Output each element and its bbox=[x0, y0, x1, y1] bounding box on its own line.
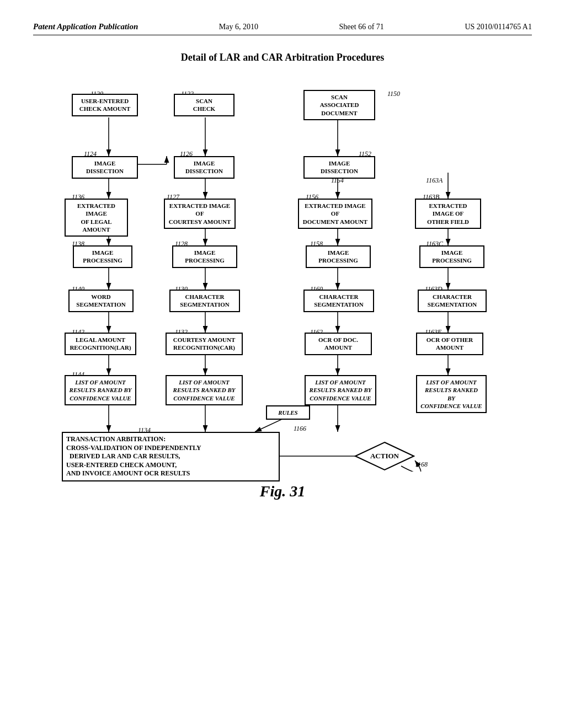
ref-1154: 1154 bbox=[331, 176, 344, 185]
box-extracted-courtesy: EXTRACTED IMAGE OFCOURTESY AMOUNT bbox=[164, 199, 236, 229]
box-char-seg-1160: CHARACTERSEGMENTATION bbox=[303, 290, 374, 312]
box-img-proc-1158: IMAGEPROCESSING bbox=[306, 245, 371, 268]
header-patent: US 2010/0114765 A1 bbox=[465, 23, 532, 31]
diagram-container: 1120 1122 1150 USER-ENTEREDCHECK AMOUNT … bbox=[56, 74, 509, 472]
header-date: May 6, 2010 bbox=[219, 23, 258, 31]
ref-1150: 1150 bbox=[387, 90, 400, 98]
box-extracted-other: EXTRACTED IMAGE OFOTHER FIELD bbox=[415, 199, 481, 229]
box-list-1132: LIST OF AMOUNTRESULTS RANKED BYCONFIDENC… bbox=[166, 375, 243, 405]
box-scan-associated: SCANASSOCIATEDDOCUMENT bbox=[303, 90, 375, 120]
box-ocr-doc: OCR OF DOC.AMOUNT bbox=[305, 333, 372, 355]
box-user-entered: USER-ENTEREDCHECK AMOUNT bbox=[72, 94, 138, 116]
box-rules: RULES bbox=[266, 405, 310, 420]
header-sheet: Sheet 66 of 71 bbox=[339, 23, 384, 31]
box-word-seg: WORDSEGMENTATION bbox=[68, 290, 134, 312]
svg-text:ACTION: ACTION bbox=[370, 452, 399, 460]
box-transaction: TRANSACTION ARBITRATION: CROSS-VALIDATIO… bbox=[62, 432, 280, 481]
box-extracted-legal: EXTRACTED IMAGEOF LEGAL AMOUNT bbox=[65, 199, 128, 237]
box-char-seg-1130: CHARACTERSEGMENTATION bbox=[169, 290, 240, 312]
header-publication: Patent Application Publication bbox=[33, 22, 138, 31]
box-img-proc-1163c: IMAGEPROCESSING bbox=[419, 245, 484, 268]
box-img-dissection-1126: IMAGEDISSECTION bbox=[174, 156, 234, 179]
box-list-1144: LIST OF AMOUNTRESULTS RANKED BYCONFIDENC… bbox=[65, 375, 136, 405]
page: Patent Application Publication May 6, 20… bbox=[0, 0, 565, 728]
box-img-dissection-1152: IMAGEDISSECTION bbox=[303, 156, 375, 179]
ref-1168: 1168 bbox=[415, 461, 428, 469]
box-scan-check: SCANCHECK bbox=[174, 94, 234, 116]
box-lar: LEGAL AMOUNTRECOGNITION(LAR) bbox=[65, 333, 136, 355]
box-img-proc-1140: IMAGEPROCESSING bbox=[73, 245, 132, 268]
diagram-title: Detail of LAR and CAR Arbitration Proced… bbox=[33, 52, 532, 63]
header: Patent Application Publication May 6, 20… bbox=[33, 22, 532, 35]
box-extracted-document: EXTRACTED IMAGE OFDOCUMENT AMOUNT bbox=[298, 199, 372, 229]
box-char-seg-1163d: CHARACTERSEGMENTATION bbox=[418, 290, 487, 312]
box-ocr-other: OCR OF OTHERAMOUNT bbox=[416, 333, 483, 355]
fig-label: Fig. 31 bbox=[33, 483, 532, 500]
box-img-dissection-1124: IMAGEDISSECTION bbox=[72, 156, 138, 179]
box-img-proc-1128: IMAGEPROCESSING bbox=[172, 245, 237, 268]
box-list-1163e: LIST OF AMOUNTRESULTS RANKED BYCONFIDENC… bbox=[416, 375, 487, 413]
ref-1166: 1166 bbox=[294, 425, 306, 433]
action-diamond: ACTION bbox=[354, 441, 415, 472]
box-list-1162: LIST OF AMOUNTRESULTS RANKED BYCONFIDENC… bbox=[305, 375, 376, 405]
ref-1163a: 1163A bbox=[426, 176, 443, 185]
box-car: COURTESY AMOUNTRECOGNITION(CAR) bbox=[166, 333, 243, 355]
